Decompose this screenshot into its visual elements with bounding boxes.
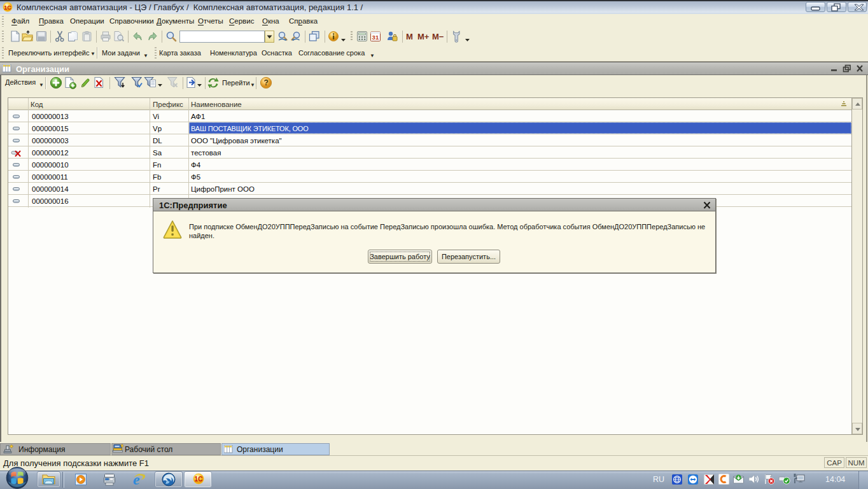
svg-text:1С: 1С bbox=[195, 476, 203, 483]
svg-text:M: M bbox=[406, 32, 413, 41]
svg-text:1С: 1С bbox=[4, 4, 11, 10]
svg-text:?: ? bbox=[264, 78, 269, 87]
svg-text:M+: M+ bbox=[417, 32, 430, 41]
svg-text:31: 31 bbox=[372, 34, 379, 41]
svg-text:M−: M− bbox=[432, 32, 444, 41]
